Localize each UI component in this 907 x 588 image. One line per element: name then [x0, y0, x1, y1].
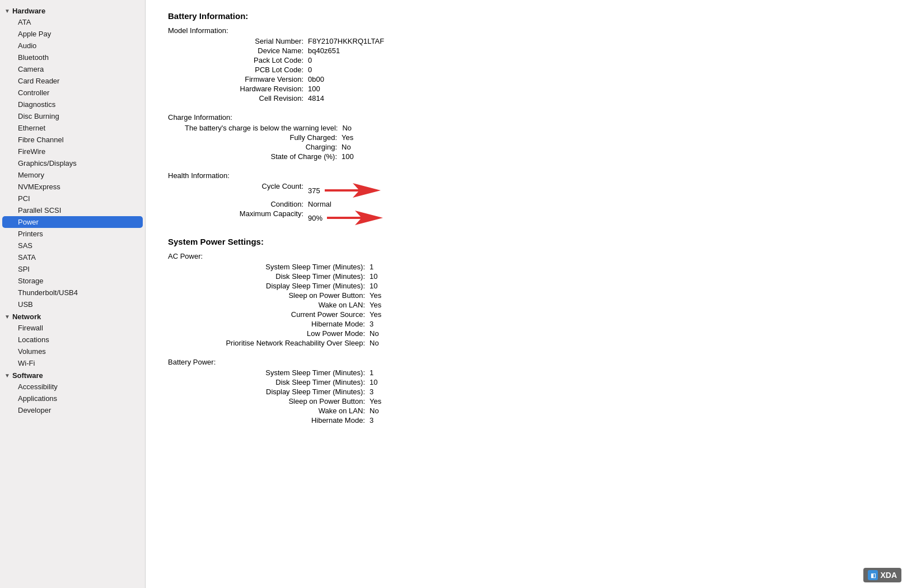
power-value: 3	[370, 388, 373, 396]
sidebar-item-parallel-scsi[interactable]: Parallel SCSI	[2, 204, 143, 216]
sidebar-item-diagnostics[interactable]: Diagnostics	[2, 99, 143, 110]
sidebar-item-audio[interactable]: Audio	[2, 40, 143, 52]
sidebar-item-storage[interactable]: Storage	[2, 275, 143, 287]
sidebar-item-wi-fi[interactable]: Wi-Fi	[2, 357, 143, 369]
info-label: Device Name:	[185, 46, 308, 55]
sidebar-item-memory[interactable]: Memory	[2, 169, 143, 181]
sidebar-item-apple-pay[interactable]: Apple Pay	[2, 28, 143, 40]
ac-power-group: AC Power: System Sleep Timer (Minutes):1…	[168, 252, 885, 348]
power-label: Disk Sleep Timer (Minutes):	[185, 272, 370, 281]
sidebar-item-thunderbolt-usb4[interactable]: Thunderbolt/USB4	[2, 287, 143, 298]
info-label: Charging:	[185, 143, 342, 151]
sidebar-item-fibre-channel[interactable]: Fibre Channel	[2, 134, 143, 146]
power-label: Prioritise Network Reachability Over Sle…	[185, 339, 370, 347]
sidebar-item-sas[interactable]: SAS	[2, 240, 143, 251]
sidebar-item-firewire[interactable]: FireWire	[2, 146, 143, 157]
sidebar-item-volumes[interactable]: Volumes	[2, 346, 143, 357]
software-chevron-icon: ▼	[4, 372, 10, 379]
table-row: Disk Sleep Timer (Minutes):10	[168, 377, 885, 387]
table-row: Wake on LAN:Yes	[168, 300, 885, 310]
table-row: State of Charge (%):100	[168, 152, 885, 161]
table-row: Condition:Normal	[168, 199, 885, 209]
sidebar-item-graphics-displays[interactable]: Graphics/Displays	[2, 157, 143, 169]
sidebar-item-applications[interactable]: Applications	[2, 393, 143, 404]
xda-watermark: ◧ XDA	[863, 568, 901, 582]
table-row: Hibernate Mode:3	[168, 319, 885, 329]
sidebar-item-power[interactable]: Power	[2, 216, 143, 228]
power-label: Sleep on Power Button:	[185, 397, 370, 405]
battery-info-title: Battery Information:	[168, 11, 885, 21]
main-content: Battery Information: Model Information: …	[146, 0, 907, 588]
info-value: 100	[342, 152, 354, 161]
info-value: Normal	[308, 200, 331, 208]
power-section-title: System Power Settings:	[168, 237, 885, 246]
sidebar-item-bluetooth[interactable]: Bluetooth	[2, 52, 143, 63]
info-value: bq40z651	[308, 46, 340, 55]
power-value: Yes	[370, 301, 381, 309]
power-label: Hibernate Mode:	[185, 320, 370, 328]
info-value: 90%	[308, 214, 322, 222]
sidebar-section-hardware[interactable]: ▼ Hardware	[0, 4, 145, 16]
network-section-label: Network	[12, 312, 41, 321]
sidebar-item-developer[interactable]: Developer	[2, 404, 143, 416]
info-value: No	[342, 124, 352, 132]
table-row: Device Name:bq40z651	[168, 46, 885, 55]
info-label: PCB Lot Code:	[185, 66, 308, 74]
info-label: Serial Number:	[185, 37, 308, 45]
sidebar-section-network[interactable]: ▼ Network	[0, 310, 145, 322]
info-label: Maximum Capacity:	[185, 209, 308, 218]
info-value: No	[342, 143, 351, 151]
health-info-rows: Cycle Count:375Condition:NormalMaximum C…	[168, 181, 885, 227]
power-value: Yes	[370, 310, 381, 319]
table-row: Firmware Version:0b00	[168, 74, 885, 84]
power-section: System Power Settings: AC Power: System …	[168, 237, 885, 425]
sidebar-item-pci[interactable]: PCI	[2, 193, 143, 204]
power-value: 1	[370, 263, 373, 271]
sidebar-item-printers[interactable]: Printers	[2, 228, 143, 240]
power-label: Sleep on Power Button:	[185, 291, 370, 300]
power-value: 10	[370, 282, 377, 290]
battery-power-header: Battery Power:	[168, 358, 885, 366]
sidebar-item-camera[interactable]: Camera	[2, 63, 143, 75]
power-value: 3	[370, 320, 373, 328]
sidebar: ▼ Hardware ATAApple PayAudioBluetoothCam…	[0, 0, 146, 588]
sidebar-item-sata[interactable]: SATA	[2, 251, 143, 263]
info-label: Firmware Version:	[185, 75, 308, 83]
battery-power-group: Battery Power: System Sleep Timer (Minut…	[168, 358, 885, 425]
info-label: The battery's charge is below the warnin…	[185, 124, 342, 132]
power-label: Wake on LAN:	[185, 301, 370, 309]
sidebar-item-controller[interactable]: Controller	[2, 87, 143, 99]
table-row: Sleep on Power Button:Yes	[168, 291, 885, 300]
info-value: Yes	[342, 133, 353, 142]
power-label: Low Power Mode:	[185, 329, 370, 338]
table-row: Charging:No	[168, 142, 885, 152]
sidebar-item-accessibility[interactable]: Accessibility	[2, 381, 143, 393]
sidebar-item-usb[interactable]: USB	[2, 298, 143, 310]
table-row: Wake on LAN:No	[168, 406, 885, 416]
sidebar-item-firewall[interactable]: Firewall	[2, 322, 143, 334]
sidebar-item-disc-burning[interactable]: Disc Burning	[2, 110, 143, 122]
power-value: No	[370, 407, 379, 415]
power-label: Display Sleep Timer (Minutes):	[185, 388, 370, 396]
table-row: PCB Lot Code:0	[168, 65, 885, 74]
power-value: Yes	[370, 291, 381, 300]
table-row: Hardware Revision:100	[168, 84, 885, 94]
sidebar-section-software[interactable]: ▼ Software	[0, 369, 145, 381]
table-row: Cycle Count:375	[168, 181, 885, 199]
sidebar-item-locations[interactable]: Locations	[2, 334, 143, 346]
sidebar-item-nvmexpress[interactable]: NVMExpress	[2, 181, 143, 193]
charge-info-group: Charge Information: The battery's charge…	[168, 113, 885, 161]
sidebar-item-card-reader[interactable]: Card Reader	[2, 75, 143, 87]
model-info-rows: Serial Number:F8Y2107HKKRQ1LTAFDevice Na…	[168, 36, 885, 103]
info-label: Condition:	[185, 200, 308, 208]
power-label: Wake on LAN:	[185, 407, 370, 415]
hardware-section-label: Hardware	[12, 7, 45, 15]
sidebar-item-spi[interactable]: SPI	[2, 263, 143, 275]
power-label: System Sleep Timer (Minutes):	[185, 368, 370, 377]
table-row: Serial Number:F8Y2107HKKRQ1LTAF	[168, 36, 885, 46]
sidebar-item-ata[interactable]: ATA	[2, 16, 143, 28]
sidebar-item-ethernet[interactable]: Ethernet	[2, 122, 143, 134]
table-row: Pack Lot Code:0	[168, 55, 885, 65]
battery-power-rows: System Sleep Timer (Minutes):1Disk Sleep…	[168, 368, 885, 425]
table-row: System Sleep Timer (Minutes):1	[168, 368, 885, 377]
